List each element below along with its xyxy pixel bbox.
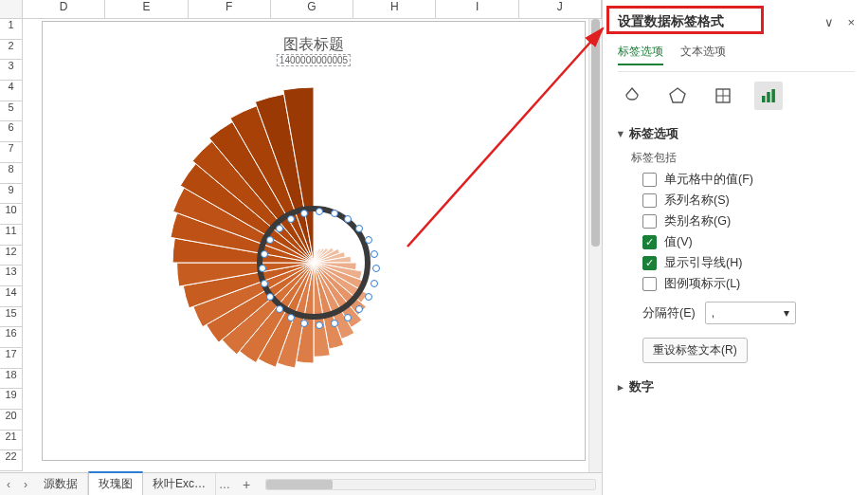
- selection-handle[interactable]: [331, 210, 338, 217]
- row-header[interactable]: 6: [0, 121, 23, 142]
- section-header-label-options[interactable]: ▸标签选项: [618, 125, 855, 142]
- selection-handle[interactable]: [300, 320, 308, 327]
- selection-handle[interactable]: [344, 215, 352, 223]
- checkbox-3[interactable]: 值(V): [642, 234, 855, 250]
- checkbox-4[interactable]: 显示引导线(H): [642, 255, 855, 271]
- horizontal-scroll-thumb[interactable]: [266, 480, 333, 489]
- row-header[interactable]: 18: [0, 369, 23, 390]
- selection-handle[interactable]: [355, 225, 363, 232]
- fill-icon[interactable]: [618, 82, 646, 110]
- col-header[interactable]: E: [105, 0, 188, 19]
- separator-value: ,: [712, 306, 714, 320]
- checkbox-box[interactable]: [642, 214, 657, 229]
- selection-handle[interactable]: [344, 314, 352, 321]
- row-header[interactable]: 22: [0, 450, 23, 471]
- section-header-number[interactable]: ▸数字: [618, 378, 855, 395]
- svg-marker-0: [670, 88, 685, 102]
- selection-handle[interactable]: [300, 210, 308, 217]
- row-header[interactable]: 21: [0, 431, 23, 451]
- tab-prev-button[interactable]: ‹: [0, 478, 17, 491]
- row-header[interactable]: 12: [0, 246, 23, 266]
- horizontal-scrollbar[interactable]: [265, 479, 596, 490]
- tab-next-button[interactable]: ›: [17, 478, 34, 491]
- row-header[interactable]: 7: [0, 142, 23, 163]
- checkbox-0[interactable]: 单元格中的值(F): [642, 172, 855, 188]
- selection-handle[interactable]: [372, 265, 380, 272]
- pane-iconrow: [618, 82, 855, 110]
- row-header[interactable]: 19: [0, 389, 23, 410]
- selection-handle[interactable]: [355, 305, 363, 313]
- vertical-scroll-thumb[interactable]: [591, 19, 600, 247]
- selection-handle[interactable]: [261, 280, 268, 287]
- row-header[interactable]: 17: [0, 348, 23, 369]
- embedded-chart[interactable]: 图表标题 1400000000005: [42, 21, 586, 461]
- row-header[interactable]: 4: [0, 81, 23, 101]
- tab-more-button[interactable]: …: [216, 478, 233, 491]
- selection-handle[interactable]: [371, 280, 378, 287]
- col-header[interactable]: I: [436, 0, 518, 19]
- col-header[interactable]: D: [23, 0, 105, 19]
- selection-handle[interactable]: [371, 250, 378, 258]
- separator-select[interactable]: , ▾: [705, 302, 796, 324]
- row-header[interactable]: 16: [0, 327, 23, 348]
- selection-handle[interactable]: [261, 250, 268, 258]
- row-header[interactable]: 15: [0, 307, 23, 328]
- selection-handle[interactable]: [266, 293, 274, 301]
- col-header[interactable]: H: [353, 0, 436, 19]
- chart-title[interactable]: 图表标题: [283, 35, 344, 55]
- row-header[interactable]: 2: [0, 40, 23, 61]
- worksheet-area: D E F G H I J 1 2 3 4 5 6 7 8 9 10 11 12…: [0, 0, 603, 495]
- datalabel-selection-ring[interactable]: [257, 206, 371, 320]
- row-header[interactable]: 20: [0, 410, 23, 431]
- selection-handle[interactable]: [276, 225, 283, 232]
- checkbox-box[interactable]: [642, 193, 657, 208]
- row-header[interactable]: 14: [0, 286, 23, 307]
- pane-collapse-button[interactable]: ∨: [824, 15, 834, 29]
- reset-label-text-button[interactable]: 重设标签文本(R): [642, 338, 748, 363]
- checkbox-1[interactable]: 系列名称(S): [642, 192, 855, 209]
- sizeprops-icon[interactable]: [709, 82, 737, 110]
- pane-close-button[interactable]: ×: [847, 15, 855, 29]
- subtab-label-options[interactable]: 标签选项: [618, 44, 663, 65]
- selection-handle[interactable]: [365, 236, 372, 244]
- pentagon-icon[interactable]: [663, 82, 692, 110]
- chartopts-icon[interactable]: [754, 82, 783, 110]
- row-header[interactable]: 3: [0, 60, 23, 81]
- selection-handle[interactable]: [259, 265, 266, 272]
- selection-handle[interactable]: [316, 208, 323, 215]
- selection-handle[interactable]: [287, 314, 295, 321]
- row-header[interactable]: 13: [0, 266, 23, 286]
- selection-handle[interactable]: [287, 215, 295, 223]
- checkbox-label: 单元格中的值(F): [664, 172, 753, 188]
- row-header[interactable]: 10: [0, 204, 23, 225]
- checkbox-box[interactable]: [642, 277, 657, 291]
- checkbox-box[interactable]: [642, 235, 657, 249]
- col-header[interactable]: F: [189, 0, 271, 19]
- checkbox-2[interactable]: 类别名称(G): [642, 213, 855, 229]
- selection-handle[interactable]: [276, 305, 283, 313]
- vertical-scrollbar[interactable]: [588, 19, 602, 472]
- row-header[interactable]: 5: [0, 101, 23, 122]
- subtab-text-options[interactable]: 文本选项: [680, 44, 726, 65]
- row-header[interactable]: 9: [0, 184, 23, 205]
- selection-handle[interactable]: [365, 293, 372, 301]
- selectall-corner[interactable]: [0, 0, 23, 19]
- row-header[interactable]: 8: [0, 163, 23, 184]
- col-header[interactable]: J: [519, 0, 602, 19]
- checkbox-5[interactable]: 图例项标示(L): [642, 276, 855, 292]
- row-header[interactable]: 1: [0, 19, 23, 40]
- col-header[interactable]: G: [271, 0, 353, 19]
- app-root: D E F G H I J 1 2 3 4 5 6 7 8 9 10 11 12…: [0, 0, 868, 495]
- sheet-tab[interactable]: 源数据: [34, 473, 88, 495]
- checkbox-box[interactable]: [642, 256, 657, 270]
- selection-handle[interactable]: [266, 236, 274, 244]
- pane-title: 设置数据标签格式: [618, 13, 724, 30]
- selection-handle[interactable]: [316, 321, 323, 329]
- sheet-tabbar: ‹ › 源数据 玫瑰图 秋叶Exc… … +: [0, 472, 602, 495]
- selection-handle[interactable]: [331, 320, 338, 327]
- sheet-tab[interactable]: 秋叶Exc…: [143, 473, 216, 495]
- sheet-tab-active[interactable]: 玫瑰图: [88, 471, 143, 495]
- checkbox-box[interactable]: [642, 173, 657, 187]
- add-sheet-button[interactable]: +: [233, 477, 260, 492]
- row-header[interactable]: 11: [0, 225, 23, 246]
